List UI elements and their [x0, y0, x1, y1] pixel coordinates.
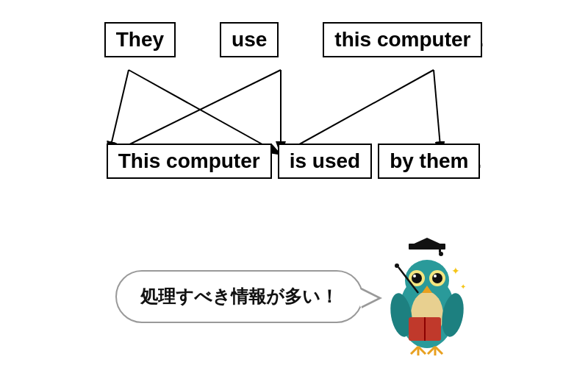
top-word-this-computer: this computer [323, 22, 482, 57]
svg-line-2 [129, 70, 281, 155]
top-word-use: use [220, 22, 279, 57]
svg-line-5 [281, 70, 434, 155]
svg-point-18 [432, 273, 442, 283]
top-row: They use this computer . [0, 0, 588, 57]
bottom-word-by-them: by them [378, 144, 480, 179]
svg-text:✦: ✦ [460, 283, 466, 291]
owl-svg: ✦ ✦ [378, 238, 473, 355]
owl-illustration: ✦ ✦ [378, 238, 473, 355]
bottom-word-is-used: is used [278, 144, 372, 179]
diagram-area: They use this computer . This computer i… [0, 0, 588, 221]
svg-marker-8 [411, 238, 443, 245]
bottom-word-this-computer: This computer [107, 144, 272, 179]
svg-line-6 [434, 70, 441, 155]
svg-rect-9 [439, 244, 441, 252]
svg-point-16 [413, 275, 416, 277]
bottom-row: This computer is used by them . [0, 144, 588, 179]
svg-line-3 [109, 70, 281, 155]
svg-point-15 [412, 273, 422, 283]
svg-point-19 [434, 275, 437, 277]
speech-bubble-wrapper: 処理すべき情報が多い！ [115, 270, 363, 323]
speech-bubble: 処理すべき情報が多い！ [115, 270, 363, 323]
bottom-section: 処理すべき情報が多い！ [0, 224, 588, 368]
svg-point-32 [395, 263, 399, 268]
top-word-they: They [104, 22, 176, 57]
svg-point-10 [439, 252, 443, 256]
svg-text:✦: ✦ [451, 265, 460, 277]
svg-line-1 [109, 70, 129, 155]
